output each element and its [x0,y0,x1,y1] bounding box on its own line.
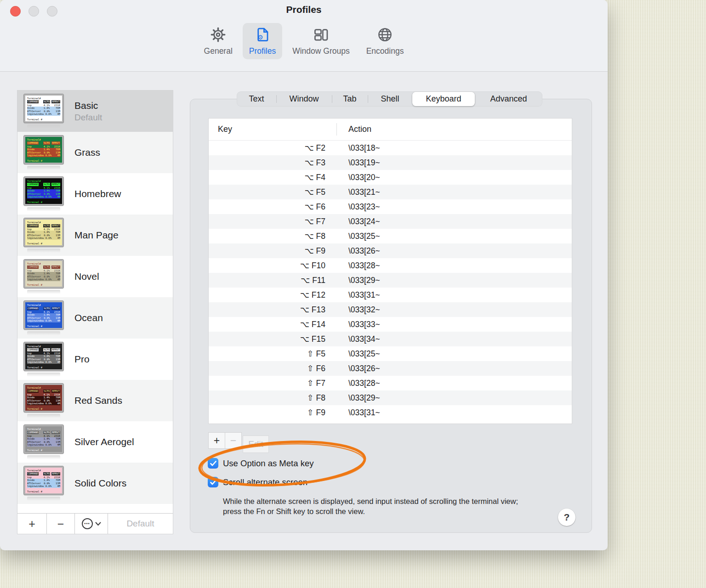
tab-window[interactable]: Window [276,91,332,107]
terminal-thumbnail-icon: Terminal#COMMAND%CPURPRVTtop4.1%231KXcod… [24,218,63,247]
action-cell: \033[24~ [336,217,380,226]
table-row[interactable]: ⌥ F13\033[32~ [209,302,572,317]
remove-binding-button[interactable]: − [225,432,242,449]
profile-item[interactable]: Terminal#COMMAND%CPURPRVTtop4.1%231KXcod… [17,421,173,463]
toolbar-item-general[interactable]: General [198,23,239,59]
profile-thumbnail: Terminal#COMMAND%CPURPRVTtop4.1%231KXcod… [24,136,63,170]
circle-ellipsis-icon: ••• [82,518,93,529]
profile-tabs: Text Window Tab Shell Keyboard Advanced [237,91,542,107]
add-binding-button[interactable]: + [208,432,225,449]
key-cell: ⌥ F3 [209,158,336,168]
more-options-button[interactable]: ••• [75,514,108,534]
keyboard-table-body: ⌥ F2\033[18~⌥ F3\033[19~⌥ F4\033[20~⌥ F5… [209,141,572,420]
profile-item[interactable]: Terminal#COMMAND%CPURPRVTtop4.1%231KXcod… [17,297,173,339]
profile-thumbnail: Terminal#COMMAND%CPURPRVTtop4.1%231KXcod… [24,177,63,211]
table-row[interactable]: ⌥ F7\033[24~ [209,214,572,229]
profile-item[interactable]: Terminal#COMMAND%CPURPRVTtop4.1%231KXcod… [17,463,173,504]
terminal-thumbnail-icon: Terminal#COMMAND%CPURPRVTtop4.1%231KXcod… [24,384,63,412]
table-row[interactable]: ⇧ F5\033[25~ [209,346,572,361]
profile-item[interactable]: Terminal#COMMAND%CPURPRVTtop4.1%231KXcod… [17,380,173,421]
terminal-thumbnail-icon: Terminal#COMMAND%CPURPRVTtop4.1%231KXcod… [24,342,63,371]
checkbox-checked-icon[interactable] [208,477,218,487]
profile-thumbnail: Terminal#COMMAND%CPURPRVTtop4.1%231KXcod… [24,301,63,335]
profile-name: Ocean [74,312,103,323]
action-cell: \033[34~ [336,334,380,344]
tab-shell[interactable]: Shell [368,91,412,107]
toolbar-item-profiles[interactable]: ⚙ Profiles [243,23,282,59]
table-row[interactable]: ⇧ F8\033[29~ [209,390,572,405]
profile-thumbnail: Terminal#COMMAND%CPURPRVTtop4.1%231KXcod… [24,384,63,418]
profile-name: Novel [74,271,99,282]
profile-name: Homebrew [74,188,121,199]
profile-thumbnail: Terminal#COMMAND%CPURPRVTtop4.1%231KXcod… [24,94,63,129]
table-row[interactable]: ⌥ F15\033[34~ [209,332,572,346]
tab-advanced[interactable]: Advanced [475,91,542,107]
checkbox-checked-icon[interactable] [208,458,218,469]
key-cell: ⌥ F10 [209,261,336,271]
scroll-alternate-screen-checkbox-row: Scroll alternate screen [208,477,307,487]
set-default-button[interactable]: Default [108,514,173,534]
key-cell: ⌥ F13 [209,305,336,315]
action-cell: \033[31~ [336,290,380,300]
profile-item[interactable]: Terminal#COMMAND%CPURPRVTtop4.1%231KXcod… [17,132,173,173]
table-row[interactable]: ⌥ F12\033[31~ [209,288,572,302]
key-cell: ⌥ F6 [209,202,336,212]
action-cell: \033[31~ [336,408,380,418]
profile-default-badge: Default [74,113,102,123]
scroll-help-text: While the alternate screen is displayed,… [223,497,529,516]
table-row[interactable]: ⌥ F10\033[28~ [209,258,572,273]
table-row[interactable]: ⌥ F6\033[23~ [209,199,572,214]
profile-item[interactable]: Terminal#COMMAND%CPURPRVTtop4.1%231KXcod… [17,339,173,380]
toolbar-item-window-groups[interactable]: Window Groups [286,23,356,59]
table-row[interactable]: ⌥ F4\033[20~ [209,170,572,185]
globe-icon [376,27,393,45]
toolbar-item-label: Profiles [249,46,276,56]
profile-item[interactable]: Terminal#COMMAND%CPURPRVTtop4.1%231KXcod… [17,173,173,215]
table-row[interactable]: ⌥ F14\033[33~ [209,317,572,332]
action-cell: \033[25~ [336,349,380,359]
table-row[interactable]: ⇧ F7\033[28~ [209,376,572,390]
action-cell: \033[26~ [336,246,380,256]
profile-name: Solid Colors [74,478,126,489]
tab-tab[interactable]: Tab [332,91,368,107]
key-cell: ⌥ F7 [209,217,336,226]
table-row[interactable]: ⌥ F11\033[29~ [209,273,572,288]
action-cell: \033[23~ [336,202,380,212]
table-row[interactable]: ⌥ F5\033[21~ [209,185,572,199]
action-cell: \033[28~ [336,379,380,388]
profile-item[interactable]: Terminal#COMMAND%CPURPRVTtop4.1%231KXcod… [17,215,173,256]
action-cell: \033[20~ [336,173,380,182]
table-row[interactable]: ⌥ F9\033[26~ [209,243,572,258]
table-row[interactable]: ⌥ F8\033[25~ [209,229,572,243]
terminal-thumbnail-icon: Terminal#COMMAND%CPURPRVTtop4.1%231KXcod… [24,301,63,329]
table-row[interactable]: ⇧ F9\033[31~ [209,405,572,420]
key-cell: ⌥ F4 [209,173,336,182]
toolbar-item-encodings[interactable]: Encodings [360,23,410,59]
remove-profile-button[interactable]: − [47,514,75,534]
action-cell: \033[28~ [336,261,380,271]
use-option-as-meta-checkbox-row: Use Option as Meta key [208,458,313,469]
terminal-thumbnail-icon: Terminal#COMMAND%CPURPRVTtop4.1%231KXcod… [24,466,63,495]
key-cell: ⌥ F8 [209,232,336,241]
key-cell: ⌥ F14 [209,320,336,329]
terminal-thumbnail-icon: Terminal#COMMAND%CPURPRVTtop4.1%231KXcod… [24,136,63,164]
action-cell: \033[19~ [336,158,380,168]
table-row[interactable]: ⇧ F6\033[26~ [209,361,572,376]
table-row[interactable]: ⌥ F3\033[19~ [209,155,572,170]
toolbar-item-label: General [204,46,233,56]
profile-item[interactable]: Terminal#COMMAND%CPURPRVTtop4.1%231KXcod… [17,90,173,132]
key-cell: ⇧ F8 [209,393,336,403]
help-button[interactable]: ? [558,509,575,526]
profile-item[interactable]: Terminal#COMMAND%CPURPRVTtop4.1%231KXcod… [17,256,173,297]
profile-name: Pro [74,354,90,365]
profile-thumbnail: Terminal#COMMAND%CPURPRVTtop4.1%231KXcod… [24,260,63,294]
tab-keyboard[interactable]: Keyboard [412,92,475,106]
add-profile-button[interactable]: + [17,514,47,534]
table-row[interactable]: ⌥ F2\033[18~ [209,141,572,155]
document-gear-icon: ⚙ [254,27,271,45]
action-cell: \033[32~ [336,305,380,315]
edit-binding-button[interactable]: Edit [243,435,269,453]
tab-text[interactable]: Text [237,91,276,107]
profile-name: Basic [74,100,102,111]
desktop: { "window": { "title": "Profiles" }, "to… [0,0,706,588]
